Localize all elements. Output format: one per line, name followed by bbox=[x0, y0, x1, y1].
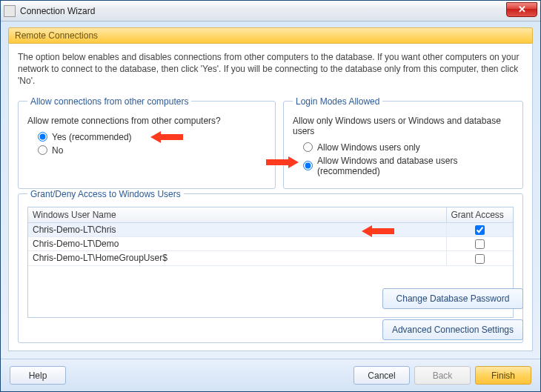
login-question: Allow only Windows users or Windows and … bbox=[293, 116, 514, 136]
intro-text: The option below enables and disables co… bbox=[18, 51, 523, 87]
table-row[interactable]: Chris-Demo-LT\Chris bbox=[28, 222, 513, 236]
table-row[interactable]: Chris-Demo-LT\Demo bbox=[28, 236, 513, 250]
radio-no-input[interactable] bbox=[38, 145, 47, 155]
radio-windows-only-label: Allow Windows users only bbox=[317, 142, 420, 153]
radio-yes-label: Yes (recommended) bbox=[52, 132, 132, 142]
grant-cell bbox=[446, 222, 513, 236]
wizard-footer: Help Cancel Back Finish bbox=[1, 359, 540, 391]
connection-wizard-window: Connection Wizard ✕ Remote Connections T… bbox=[0, 0, 541, 392]
table-row[interactable]: Chris-Demo-LT\HomeGroupUser$ bbox=[28, 251, 513, 265]
titlebar: Connection Wizard ✕ bbox=[1, 1, 540, 21]
allow-connections-legend: Allow connections from other computers bbox=[27, 96, 191, 107]
radio-windows-only[interactable]: Allow Windows users only bbox=[303, 142, 514, 153]
cancel-button[interactable]: Cancel bbox=[354, 366, 410, 385]
back-button[interactable]: Back bbox=[414, 366, 471, 385]
grant-cell bbox=[446, 251, 513, 265]
grant-cell bbox=[446, 236, 513, 250]
allow-connections-group: Allow connections from other computers A… bbox=[18, 96, 276, 189]
finish-button[interactable]: Finish bbox=[475, 366, 531, 385]
col-grant-header[interactable]: Grant Access bbox=[446, 207, 513, 223]
arrow-icon bbox=[150, 130, 183, 144]
login-modes-group: Login Modes Allowed Allow only Windows u… bbox=[283, 96, 523, 189]
window-title: Connection Wizard bbox=[20, 6, 95, 16]
radio-no-label: No bbox=[52, 145, 63, 156]
radio-windows-and-db-label: Allow Windows and database users (recomm… bbox=[317, 156, 514, 176]
radio-windows-only-input[interactable] bbox=[303, 142, 313, 152]
section-header: Remote Connections bbox=[8, 27, 533, 44]
grant-checkbox[interactable] bbox=[475, 225, 485, 235]
allow-question: Allow remote connections from other comp… bbox=[27, 116, 266, 126]
main-card: The option below enables and disables co… bbox=[8, 44, 533, 351]
users-table: Windows User Name Grant Access Chris-Dem… bbox=[28, 207, 513, 266]
user-cell: Chris-Demo-LT\Chris bbox=[28, 222, 446, 236]
app-icon bbox=[4, 5, 16, 17]
user-cell: Chris-Demo-LT\HomeGroupUser$ bbox=[28, 251, 446, 265]
radio-yes[interactable]: Yes (recommended) bbox=[38, 132, 266, 142]
close-button[interactable]: ✕ bbox=[506, 2, 537, 17]
right-buttons: Change Database Password Advanced Connec… bbox=[382, 288, 523, 340]
radio-yes-input[interactable] bbox=[38, 132, 47, 142]
grant-access-legend: Grant/Deny Access to Windows Users bbox=[27, 189, 184, 199]
grant-checkbox[interactable] bbox=[475, 254, 485, 264]
wizard-body: Remote Connections The option below enab… bbox=[1, 21, 540, 359]
radio-no[interactable]: No bbox=[38, 145, 266, 156]
radio-windows-and-db[interactable]: Allow Windows and database users (recomm… bbox=[303, 156, 514, 176]
top-groups-row: Allow connections from other computers A… bbox=[18, 96, 523, 189]
svg-marker-0 bbox=[150, 131, 183, 143]
col-user-header[interactable]: Windows User Name bbox=[28, 207, 446, 223]
radio-windows-and-db-input[interactable] bbox=[303, 161, 313, 170]
user-cell: Chris-Demo-LT\Demo bbox=[28, 236, 446, 250]
change-password-button[interactable]: Change Database Password bbox=[382, 288, 523, 309]
grant-checkbox[interactable] bbox=[475, 239, 485, 249]
advanced-settings-button[interactable]: Advanced Connection Settings bbox=[382, 319, 523, 340]
help-button[interactable]: Help bbox=[10, 366, 66, 385]
login-modes-legend: Login Modes Allowed bbox=[293, 96, 382, 107]
